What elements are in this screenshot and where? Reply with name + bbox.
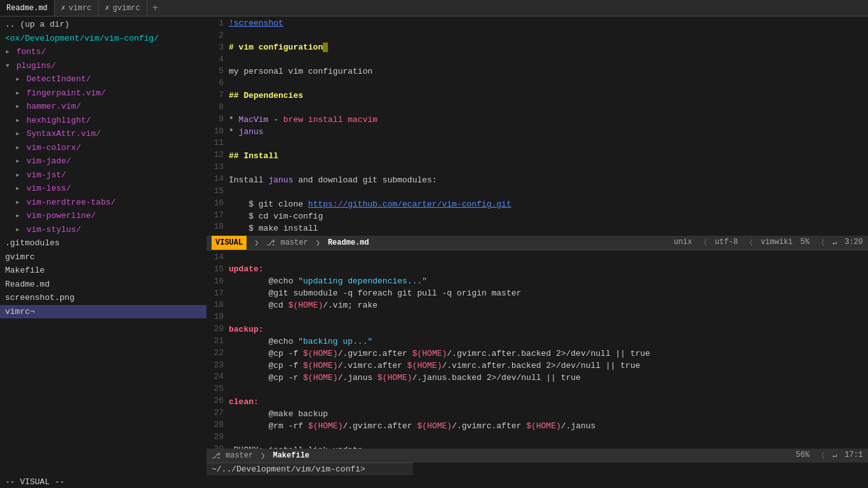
code-top: !screenshot # vim configuration my perso… xyxy=(229,17,868,236)
tab-vimrc-label: vimrc xyxy=(69,4,92,13)
code-line-13 xyxy=(229,163,868,175)
makefile-line-19 xyxy=(229,312,868,324)
sidebar-item-syntaxattr[interactable]: ▸ SyntaxAttr.vim/ xyxy=(0,127,207,141)
code-line-4 xyxy=(229,54,868,66)
code-line-18: $ make install xyxy=(229,223,868,235)
status-lineinfo-bottom: 17:1 xyxy=(844,451,863,461)
code-line-7: ## Dependencies xyxy=(229,90,868,102)
sidebar-item-hexhighlight[interactable]: ▸ hexhighlight/ xyxy=(0,114,207,128)
sidebar-item-vim-powerline[interactable]: ▸ vim-powerline/ xyxy=(0,209,207,223)
status-filetype: vimwiki xyxy=(761,238,792,248)
editor-area: 12345 678910 1112131415 161718 !screensh… xyxy=(207,17,868,475)
code-line-3: # vim configuration xyxy=(229,42,868,54)
main-area: .. (up a dir) <ox/Development/vim/vim-co… xyxy=(0,17,868,475)
tab-readme[interactable]: Readme.md xyxy=(0,0,55,16)
file-tree: .. (up a dir) <ox/Development/vim/vim-co… xyxy=(0,17,207,475)
sidebar-item-vim-stylus[interactable]: ▸ vim-stylus/ xyxy=(0,223,207,237)
makefile-line-28: @rm -rf $(HOME)/.gvimrc.after $(HOME)/.g… xyxy=(229,421,868,433)
code-line-9: * MacVim - brew install macvim xyxy=(229,114,868,126)
branch-icon: ⎇ xyxy=(266,238,275,248)
status-right-bottom: 56% 〈 ↵ 17:1 xyxy=(796,451,863,461)
sidebar-item-detectindent[interactable]: ▸ DetectIndent/ xyxy=(0,72,207,86)
line-numbers-top: 12345 678910 1112131415 161718 xyxy=(207,17,229,236)
sidebar-item-vimrc[interactable]: vimrc¬ xyxy=(0,305,207,319)
sidebar-item-readme[interactable]: Readme.md xyxy=(0,278,207,292)
sidebar-item-hammer[interactable]: ▸ hammer.vim/ xyxy=(0,100,207,114)
sidebar-item-fonts[interactable]: ▸ fonts/ xyxy=(0,45,207,59)
vim-cmdline: -- VISUAL -- xyxy=(0,475,868,488)
tab-bar: Readme.md ✗ vimrc ✗ gvimrc + xyxy=(0,0,868,17)
plus-icon: + xyxy=(153,3,159,14)
status-percent-bottom: 56% xyxy=(796,451,810,461)
code-line-16: $ git clone https://github.com/ecarter/v… xyxy=(229,199,868,211)
sidebar-item-vim-colorx[interactable]: ▸ vim-colorx/ xyxy=(0,141,207,155)
status-lineinfo-top: 3:20 xyxy=(844,238,863,248)
makefile-line-16: @echo "updating dependencies..." xyxy=(229,276,868,288)
sidebar-item-fingerpaint[interactable]: ▸ fingerpaint.vim/ xyxy=(0,86,207,100)
makefile-line-23: @cp -f $(HOME)/.vimrc.after $(HOME)/.vim… xyxy=(229,360,868,372)
branch-icon-bottom: ⎇ xyxy=(212,451,220,461)
makefile-line-29 xyxy=(229,433,868,445)
editor-top: 12345 678910 1112131415 161718 !screensh… xyxy=(207,17,868,250)
line-numbers-bottom: 1415161718 1920212223 2425262728 2930 xyxy=(207,250,229,449)
path-bar: ~/../Development/vim/vim-confi> xyxy=(207,463,868,475)
sidebar-item-gvimrc[interactable]: gvimrc xyxy=(0,250,207,264)
tab-readme-label: Readme.md xyxy=(6,4,48,13)
sidebar-item-vim-less[interactable]: ▸ vim-less/ xyxy=(0,182,207,196)
status-bar-bottom: ⎇ master ❯ Makefile 56% 〈 ↵ 17:1 xyxy=(207,449,868,463)
sidebar-item-plugins[interactable]: ▾ plugins/ xyxy=(0,59,207,73)
status-mode: VISUAL xyxy=(212,236,247,250)
code-line-11 xyxy=(229,139,868,151)
code-line-12: ## Install xyxy=(229,151,868,163)
sidebar-item-root[interactable]: <ox/Development/vim/vim-config/ xyxy=(0,32,207,46)
tab-vimrc-close-icon: ✗ xyxy=(61,3,65,13)
code-line-10: * janus xyxy=(229,126,868,139)
status-unix: unix xyxy=(674,238,692,248)
status-encoding: utf-8 xyxy=(715,238,738,248)
sidebar-item-screenshot[interactable]: screenshot.png xyxy=(0,291,207,305)
status-branch-top: master xyxy=(280,238,308,247)
code-line-8 xyxy=(229,102,868,114)
sidebar-item-gitmodules[interactable]: .gitmodules xyxy=(0,236,207,250)
editor-top-content: 12345 678910 1112131415 161718 !screensh… xyxy=(207,17,868,236)
status-filename-top: Readme.md xyxy=(328,238,369,247)
makefile-line-17: @git submodule -q foreach git pull -q or… xyxy=(229,288,868,300)
makefile-line-15: update: xyxy=(229,264,868,276)
tab-gvimrc[interactable]: ✗ gvimrc xyxy=(98,0,147,16)
editor-bottom: 1415161718 1920212223 2425262728 2930 up… xyxy=(207,250,868,463)
makefile-line-24: @cp -r $(HOME)/.janus $(HOME)/.janus.bac… xyxy=(229,372,868,384)
makefile-line-25 xyxy=(229,384,868,396)
code-line-2 xyxy=(229,30,868,42)
sidebar-item-vim-nerdtree[interactable]: ▸ vim-nerdtree-tabs/ xyxy=(0,196,207,210)
code-line-5: my personal vim configuration xyxy=(229,66,868,78)
code-line-14: Install janus and download git submodule… xyxy=(229,175,868,187)
tab-gvimrc-close-icon: ✗ xyxy=(105,3,109,13)
makefile-line-18: @cd $(HOME)/.vim; rake xyxy=(229,300,868,312)
status-branch-bottom: master xyxy=(226,451,253,460)
makefile-line-20: backup: xyxy=(229,324,868,336)
editor-bottom-content: 1415161718 1920212223 2425262728 2930 up… xyxy=(207,250,868,449)
makefile-line-22: @cp -f $(HOME)/.gvimrc.after $(HOME)/.gv… xyxy=(229,348,868,360)
tab-vimrc[interactable]: ✗ vimrc xyxy=(55,0,98,16)
makefile-line-26: clean: xyxy=(229,396,868,409)
tab-gvimrc-label: gvimrc xyxy=(112,4,140,13)
editor-cmdline xyxy=(413,463,868,475)
code-line-15 xyxy=(229,187,868,199)
code-line-1: !screenshot xyxy=(229,18,868,30)
sidebar-item-makefile[interactable]: Makefile xyxy=(0,264,207,278)
code-line-6 xyxy=(229,78,868,90)
new-tab-button[interactable]: + xyxy=(147,0,164,16)
code-bottom: update: @echo "updating dependencies..."… xyxy=(229,250,868,449)
sidebar-item-vim-jade[interactable]: ▸ vim-jade/ xyxy=(0,154,207,168)
sidebar-item-vim-jst[interactable]: ▸ vim-jst/ xyxy=(0,168,207,182)
sidebar-item-updir[interactable]: .. (up a dir) xyxy=(0,18,207,32)
code-line-17: $ cd vim-config xyxy=(229,211,868,223)
makefile-line-21: @echo "backing up..." xyxy=(229,336,868,348)
makefile-line-14 xyxy=(229,252,868,264)
status-filename-bottom: Makefile xyxy=(273,451,309,460)
status-right-top: unix 〈 utf-8 〈 vimwiki 5% 〈 ↵ 3:20 xyxy=(674,238,863,248)
status-bar-top: VISUAL ❯ ⎇ master ❯ Readme.md unix 〈 utf… xyxy=(207,236,868,250)
path-display: ~/../Development/vim/vim-confi> xyxy=(207,463,413,475)
makefile-line-27: @make backup xyxy=(229,409,868,421)
status-percent-top: 5% xyxy=(801,238,810,248)
